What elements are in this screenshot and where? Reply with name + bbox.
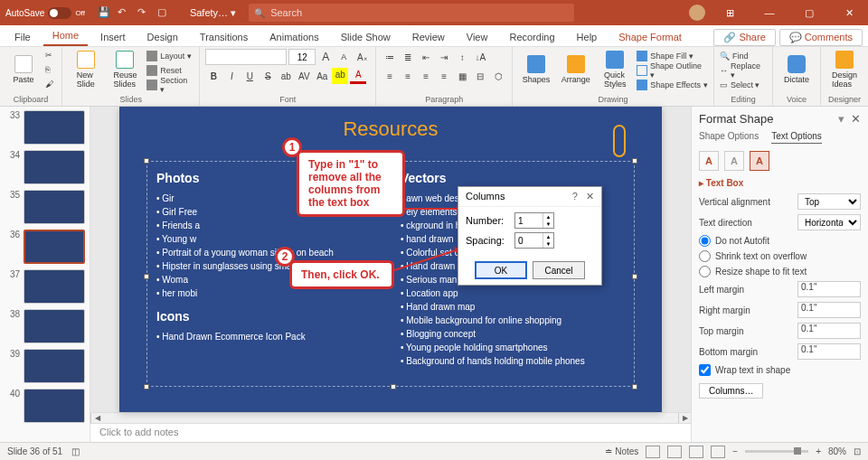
number-input[interactable] bbox=[515, 213, 542, 228]
search-input[interactable]: Search bbox=[249, 4, 574, 22]
tab-design[interactable]: Design bbox=[138, 28, 187, 46]
new-slide-button[interactable]: New Slide bbox=[68, 49, 104, 90]
text-direction-button[interactable]: ↓A bbox=[472, 49, 488, 65]
tab-view[interactable]: View bbox=[458, 28, 497, 46]
tab-help[interactable]: Help bbox=[568, 28, 607, 46]
section-button[interactable]: Section ▾ bbox=[146, 78, 193, 91]
zoom-in-button[interactable]: + bbox=[816, 446, 821, 456]
grow-font-button[interactable]: A bbox=[317, 49, 334, 65]
spin-up-icon[interactable]: ▲ bbox=[543, 213, 553, 221]
autosave-toggle[interactable]: AutoSave Off bbox=[0, 7, 90, 19]
scroll-left-icon[interactable]: ◀ bbox=[90, 413, 103, 423]
paste-button[interactable]: Paste bbox=[5, 49, 42, 90]
char-spacing-button[interactable]: AV bbox=[296, 68, 312, 84]
dictate-button[interactable]: Dictate bbox=[778, 49, 815, 90]
strike-button[interactable]: S bbox=[259, 68, 276, 84]
textbox-icon[interactable]: A bbox=[750, 151, 769, 171]
top-margin-input[interactable]: 0.1" bbox=[797, 323, 861, 339]
tab-transitions[interactable]: Transitions bbox=[191, 28, 257, 46]
tab-animations[interactable]: Animations bbox=[260, 28, 327, 46]
redo-icon[interactable]: ↷ bbox=[137, 6, 150, 19]
zoom-level[interactable]: 80% bbox=[828, 446, 846, 456]
document-title[interactable]: Safety… ▾ bbox=[177, 7, 249, 19]
arrange-button[interactable]: Arrange bbox=[558, 49, 594, 90]
text-fill-outline-icon[interactable]: A bbox=[699, 151, 719, 171]
shape-options-tab[interactable]: Shape Options bbox=[699, 131, 759, 144]
text-effects-icon[interactable]: A bbox=[724, 151, 744, 171]
user-avatar[interactable] bbox=[689, 5, 705, 21]
autofit-resize-radio[interactable] bbox=[699, 266, 711, 277]
normal-view-button[interactable] bbox=[646, 446, 660, 458]
tab-file[interactable]: File bbox=[5, 28, 40, 46]
shapes-button[interactable]: Shapes bbox=[518, 49, 554, 90]
share-button[interactable]: 🔗 Share bbox=[713, 29, 775, 46]
slide-thumbnail[interactable]: 39 bbox=[4, 349, 86, 383]
font-family-select[interactable] bbox=[205, 49, 287, 65]
pane-close-button[interactable]: ✕ bbox=[851, 112, 861, 126]
number-spinner[interactable]: ▲▼ bbox=[514, 212, 554, 229]
spin-up-icon[interactable]: ▲ bbox=[543, 233, 553, 240]
left-margin-input[interactable]: 0.1" bbox=[797, 281, 861, 297]
align-right-button[interactable]: ≡ bbox=[418, 68, 434, 84]
maximize-button[interactable]: ▢ bbox=[794, 0, 825, 25]
accessibility-icon[interactable]: ◫ bbox=[71, 446, 80, 456]
format-painter-button[interactable]: 🖌 bbox=[45, 78, 56, 91]
wrap-checkbox[interactable] bbox=[699, 364, 711, 376]
slide-thumbnail[interactable]: 35 bbox=[4, 190, 86, 224]
align-text-button[interactable]: ⊟ bbox=[472, 68, 488, 84]
scroll-right-icon[interactable]: ▶ bbox=[678, 413, 691, 423]
layout-button[interactable]: Layout ▾ bbox=[146, 49, 193, 62]
slide-thumbnail-panel[interactable]: 3334353637383940 bbox=[0, 107, 90, 442]
shape-effects-button[interactable]: Shape Effects ▾ bbox=[637, 78, 708, 91]
tab-recording[interactable]: Recording bbox=[500, 28, 563, 46]
text-direction-select[interactable]: Horizontal bbox=[797, 214, 861, 230]
slide-thumbnail[interactable]: 38 bbox=[4, 309, 86, 343]
fit-to-window-button[interactable]: ⊡ bbox=[854, 446, 861, 456]
shape-outline-button[interactable]: Shape Outline ▾ bbox=[637, 63, 708, 77]
slide-thumbnail[interactable]: 36 bbox=[4, 230, 86, 264]
tab-review[interactable]: Review bbox=[403, 28, 454, 46]
notes-pane[interactable]: Click to add notes bbox=[90, 423, 691, 442]
select-button[interactable]: ▭Select ▾ bbox=[720, 78, 767, 91]
horizontal-scrollbar[interactable]: ◀ ▶ bbox=[90, 412, 691, 423]
columns-ribbon-button[interactable]: ▦ bbox=[454, 68, 470, 84]
zoom-out-button[interactable]: − bbox=[732, 446, 738, 456]
design-ideas-button[interactable]: Design Ideas bbox=[826, 49, 863, 90]
slideshow-view-button[interactable] bbox=[711, 446, 725, 458]
slideshow-icon[interactable]: ▢ bbox=[157, 6, 170, 19]
slide-thumbnail[interactable]: 40 bbox=[4, 389, 86, 423]
columns-button[interactable]: Columns… bbox=[699, 383, 763, 399]
highlight-button[interactable]: ab bbox=[332, 68, 348, 84]
tab-insert[interactable]: Insert bbox=[91, 28, 135, 46]
line-spacing-button[interactable]: ↕ bbox=[454, 49, 470, 65]
align-left-button[interactable]: ≡ bbox=[382, 68, 398, 84]
notes-button[interactable]: ≐ Notes bbox=[605, 446, 638, 456]
tab-shape-format[interactable]: Shape Format bbox=[609, 28, 691, 46]
bold-button[interactable]: B bbox=[205, 68, 222, 84]
dialog-close-button[interactable]: ✕ bbox=[586, 191, 594, 202]
undo-icon[interactable]: ↶ bbox=[118, 6, 130, 19]
indent-inc-button[interactable]: ⇥ bbox=[436, 49, 452, 65]
autofit-none-radio[interactable] bbox=[699, 235, 711, 247]
smartart-button[interactable]: ⬡ bbox=[490, 68, 506, 84]
shrink-font-button[interactable]: A bbox=[335, 49, 352, 65]
reuse-slides-button[interactable]: Reuse Slides bbox=[108, 49, 144, 90]
align-center-button[interactable]: ≡ bbox=[400, 68, 416, 84]
ribbon-display-icon[interactable]: ⊞ bbox=[714, 0, 745, 25]
bottom-margin-input[interactable]: 0.1" bbox=[797, 343, 861, 360]
justify-button[interactable]: ≡ bbox=[436, 68, 452, 84]
zoom-slider[interactable] bbox=[745, 450, 808, 453]
numbering-button[interactable]: ≣ bbox=[400, 49, 416, 65]
bullets-button[interactable]: ≔ bbox=[382, 49, 398, 65]
comments-button[interactable]: 💬 Comments bbox=[779, 29, 863, 46]
textbox-section[interactable]: ▸ Text Box bbox=[699, 178, 861, 188]
replace-button[interactable]: ↔Replace ▾ bbox=[720, 63, 767, 77]
autofit-shrink-radio[interactable] bbox=[699, 250, 711, 262]
spin-down-icon[interactable]: ▼ bbox=[543, 240, 553, 248]
quick-styles-button[interactable]: Quick Styles bbox=[598, 49, 634, 90]
dialog-help-button[interactable]: ? bbox=[572, 191, 578, 202]
slide-thumbnail[interactable]: 34 bbox=[4, 150, 86, 184]
cancel-button[interactable]: Cancel bbox=[533, 261, 585, 279]
save-icon[interactable]: 💾 bbox=[98, 6, 110, 19]
slide-thumbnail[interactable]: 33 bbox=[4, 110, 86, 145]
